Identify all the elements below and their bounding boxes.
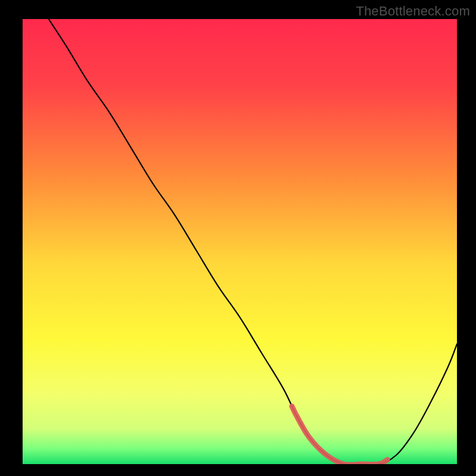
chart-frame: TheBottleneck.com	[0, 0, 476, 476]
gradient-background	[23, 19, 457, 464]
bottleneck-chart	[0, 0, 476, 476]
